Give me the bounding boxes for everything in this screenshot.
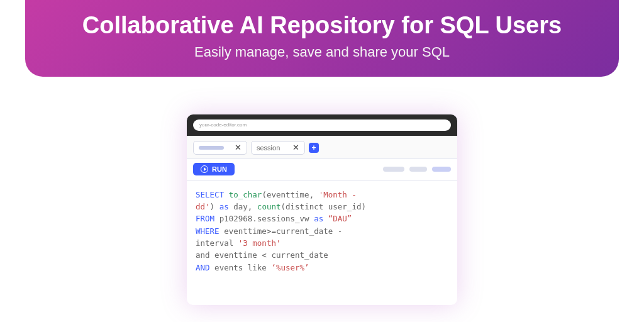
play-icon — [201, 165, 208, 173]
hero-banner: Collaborative AI Repository for SQL User… — [25, 0, 619, 77]
hero-title: Collaborative AI Repository for SQL User… — [50, 11, 594, 40]
url-bar[interactable]: your-code-editor.com — [193, 119, 451, 131]
fn-count: count — [257, 202, 281, 211]
tab-row: ✕ session ✕ + — [187, 136, 457, 159]
hero-subtitle: Easily manage, save and share your SQL — [50, 44, 594, 60]
tab-2-label: session — [257, 144, 287, 152]
app-window: your-code-editor.com ✕ session ✕ + RUN — [187, 114, 457, 306]
lt-body: eventtime < current_date — [210, 250, 328, 260]
like-body: events like — [210, 263, 272, 272]
sql-editor[interactable]: SELECT to_char(eventtime, 'Month - dd') … — [187, 181, 457, 306]
tochar-open: (eventtime, — [262, 190, 318, 199]
kw-as: as — [219, 202, 229, 211]
tab-2[interactable]: session ✕ — [251, 141, 305, 155]
and1: and — [196, 250, 210, 260]
toolbar: RUN — [187, 159, 457, 181]
toolbar-placeholder — [383, 167, 404, 172]
kw-as2: as — [314, 214, 323, 223]
str-dau: “DAU” — [323, 214, 352, 223]
titlebar: your-code-editor.com — [187, 114, 457, 136]
toolbar-placeholder — [409, 167, 427, 172]
close-icon[interactable]: ✕ — [235, 143, 242, 152]
toolbar-placeholder — [432, 167, 451, 172]
str-user: ‘%user%’ — [271, 263, 309, 272]
from-body: p102968.sessions_vw — [214, 214, 314, 223]
add-tab-button[interactable]: + — [309, 143, 319, 153]
kw-and: AND — [196, 263, 210, 272]
tochar-close: ) — [210, 202, 219, 211]
url-text: your-code-editor.com — [199, 122, 247, 128]
str-3month: '3 month' — [238, 238, 281, 248]
run-button[interactable]: RUN — [193, 163, 235, 175]
tab-1-placeholder — [199, 146, 224, 150]
kw-where: WHERE — [196, 226, 219, 236]
run-label: RUN — [212, 165, 227, 173]
tab-1[interactable]: ✕ — [193, 141, 247, 155]
close-icon[interactable]: ✕ — [292, 143, 299, 152]
fn-tochar: to_char — [229, 190, 262, 199]
kw-select: SELECT — [196, 190, 224, 199]
stage: your-code-editor.com ✕ session ✕ + RUN — [0, 114, 644, 306]
count-args: (distinct user_id) — [281, 202, 366, 211]
toolbar-right — [383, 167, 451, 172]
kw-from: FROM — [196, 214, 214, 223]
day: day, — [229, 202, 257, 211]
